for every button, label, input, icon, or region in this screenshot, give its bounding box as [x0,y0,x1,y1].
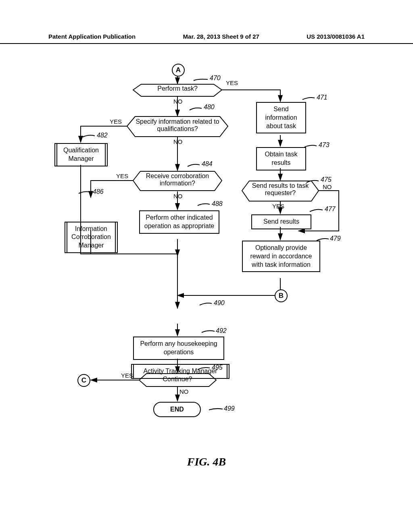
header-center: Mar. 28, 2013 Sheet 9 of 27 [183,33,259,40]
process-send-results: Send results [251,214,311,229]
label-yes: YES [226,79,238,86]
process-obtain-results: Obtain task results [256,147,306,170]
ref-486: 486 [93,188,104,195]
decision-receive-corroboration: Receive corroboration information? [139,172,216,187]
connector-b: B [275,289,288,302]
figure-caption: FIG. 4B [0,455,413,468]
decision-perform-task: Perform task? [141,85,214,92]
terminator-end: END [153,402,201,417]
process-housekeeping: Perform any housekeeping operations [133,337,224,360]
ref-495: 495 [212,364,223,371]
connector-c: C [77,374,90,387]
page-header: Patent Application Publication Mar. 28, … [0,33,413,44]
connector-a: A [172,64,185,77]
label-yes: YES [110,118,122,125]
ref-480: 480 [204,104,215,111]
sub-qualification-manager: Qualification Manager [54,143,108,166]
decision-send-results: Send results to task requester? [246,182,315,197]
ref-470: 470 [210,75,221,82]
header-right: US 2013/0081036 A1 [307,33,365,40]
header-left: Patent Application Publication [48,33,136,40]
label-no: NO [179,388,189,395]
process-perform-other: Perform other indicated operation as app… [139,210,219,234]
ref-488: 488 [212,200,223,208]
label-no: NO [173,138,183,145]
ref-475: 475 [321,176,332,183]
label-yes: YES [116,172,128,179]
ref-482: 482 [97,132,108,139]
sub-corroboration-manager: Information Corroboration Manager [65,222,118,253]
label-no: NO [173,193,183,200]
label-no: NO [173,98,183,105]
label-yes: YES [272,203,284,210]
ref-473: 473 [319,141,330,149]
label-yes: YES [121,372,133,379]
ref-499: 499 [224,405,235,412]
label-no: NO [323,183,332,190]
ref-479: 479 [330,235,341,242]
process-send-info: Send information about task [256,102,306,133]
ref-471: 471 [317,94,327,101]
decision-specify-qualifications: Specify information related to qualifica… [133,118,222,133]
process-reward: Optionally provide reward in accordance … [242,241,320,272]
ref-484: 484 [202,160,213,168]
ref-490: 490 [214,299,225,307]
ref-477: 477 [325,206,336,213]
ref-492: 492 [216,327,227,335]
flowchart: A B C Perform task? Specify information … [48,62,363,433]
